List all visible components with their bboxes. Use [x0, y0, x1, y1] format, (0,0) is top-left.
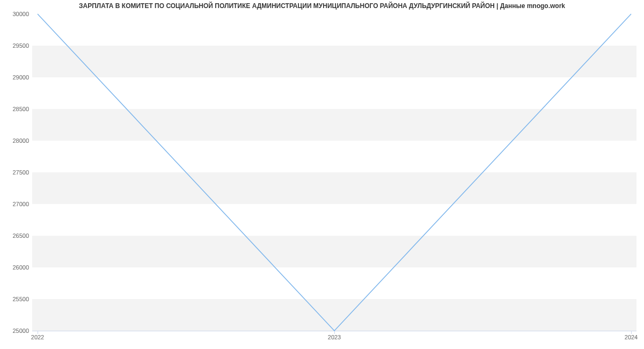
y-tick-label: 29000: [12, 74, 32, 81]
y-tick-label: 26000: [12, 264, 32, 271]
y-tick-label: 25000: [12, 328, 32, 334]
y-tick-label: 29500: [12, 42, 32, 49]
x-tick-label: 2023: [328, 331, 341, 340]
series-layer: [32, 14, 636, 331]
y-tick-label: 27000: [12, 201, 32, 207]
series-line: [38, 14, 631, 331]
plot-area: 2500025500260002650027000275002800028500…: [32, 14, 636, 331]
x-tick-label: 2022: [31, 331, 44, 340]
chart-title: ЗАРПЛАТА В КОМИТЕТ ПО СОЦИАЛЬНОЙ ПОЛИТИК…: [0, 2, 644, 10]
y-tick-label: 28000: [12, 137, 32, 144]
chart-container: ЗАРПЛАТА В КОМИТЕТ ПО СОЦИАЛЬНОЙ ПОЛИТИК…: [0, 0, 644, 349]
y-tick-label: 26500: [12, 232, 32, 239]
y-tick-label: 28500: [12, 106, 32, 112]
y-tick-label: 25500: [12, 296, 32, 302]
x-tick-label: 2024: [625, 331, 638, 340]
y-tick-label: 27500: [12, 169, 32, 176]
y-tick-label: 30000: [12, 11, 32, 17]
